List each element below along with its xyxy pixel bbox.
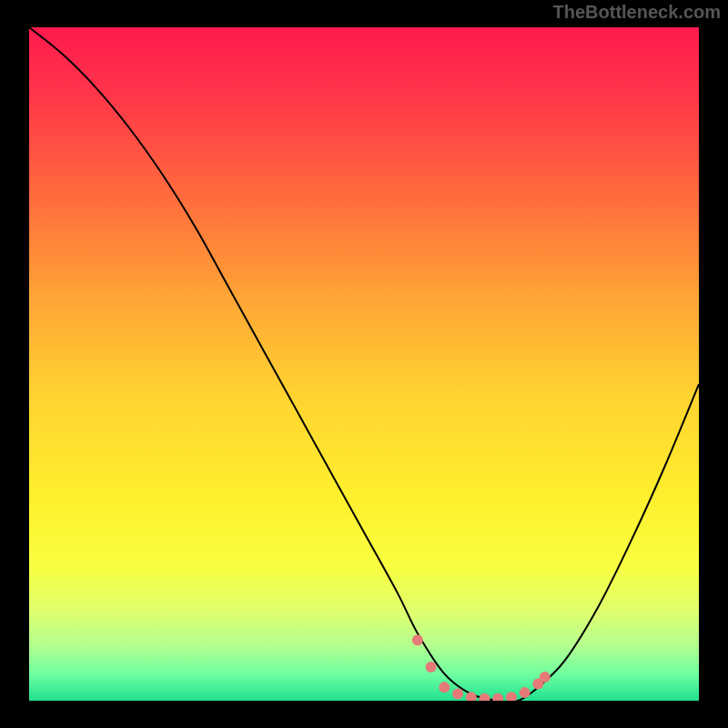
highlight-markers	[412, 634, 551, 701]
bottleneck-curve	[29, 27, 699, 701]
highlight-point	[506, 692, 517, 701]
highlight-point	[412, 634, 423, 645]
highlight-point	[426, 662, 437, 672]
plot-area	[29, 27, 699, 701]
highlight-point	[520, 687, 531, 698]
highlight-point	[540, 672, 551, 682]
watermark: TheBottleneck.com	[553, 2, 721, 23]
highlight-point	[466, 692, 477, 701]
chart-svg	[29, 27, 699, 701]
chart-container: TheBottleneck.com	[0, 0, 728, 728]
highlight-point	[452, 689, 463, 700]
highlight-point	[492, 693, 503, 701]
highlight-point	[479, 693, 490, 701]
highlight-point	[439, 682, 450, 693]
